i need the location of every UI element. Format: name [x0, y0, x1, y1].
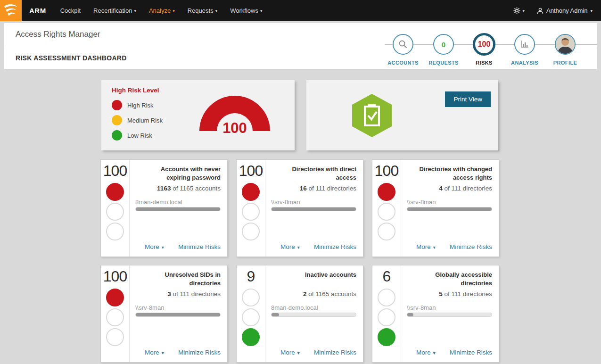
low-risk-dot — [112, 130, 122, 141]
risk-score-column: 6 — [372, 265, 401, 362]
step-requests[interactable]: 0 REQUESTS — [422, 34, 465, 66]
risk-card-content: Directories with changed access rights 4… — [401, 160, 499, 256]
traffic-light-low — [106, 223, 124, 240]
traffic-light-high — [106, 183, 124, 201]
traffic-light — [101, 183, 129, 240]
user-name: Anthony Admin — [546, 7, 587, 14]
page-header: Access Rights Manager RISK ASSESSMENT DA… — [4, 23, 597, 70]
more-dropdown[interactable]: More▾ — [135, 349, 164, 356]
step-risks[interactable]: 100 RISKS — [463, 33, 505, 66]
progress-bar — [135, 313, 221, 317]
risk-card-resource: \\srv-8man — [135, 304, 221, 311]
progress-bar — [135, 207, 221, 211]
report-panel: Print View — [306, 80, 498, 150]
risk-score: 100 — [101, 162, 129, 180]
accounts-circle[interactable] — [393, 34, 413, 55]
progress-bar — [271, 207, 356, 211]
page-title: RISK ASSESSMENT DASHBOARD — [16, 54, 127, 62]
risk-card-resource: 8man-demo.local — [271, 304, 356, 311]
risk-card-count: 3 of 111 directories — [135, 290, 221, 298]
nav-cockpit[interactable]: Cockpit — [60, 7, 81, 14]
bar-chart-icon — [519, 39, 530, 50]
requests-circle[interactable]: 0 — [433, 34, 454, 55]
risk-card: 100 Directories with changed access righ… — [372, 159, 499, 257]
more-dropdown[interactable]: More▾ — [135, 243, 164, 250]
nav-workflows[interactable]: Workflows▾ — [230, 7, 262, 14]
risk-score-column: 100 — [101, 265, 130, 362]
traffic-light — [372, 289, 401, 346]
progress-bar — [407, 207, 492, 211]
traffic-light-high — [378, 289, 395, 306]
minimize-risks-link[interactable]: Minimize Risks — [314, 243, 356, 250]
traffic-light-high — [378, 183, 395, 201]
step-label-requests: REQUESTS — [422, 60, 465, 66]
more-dropdown[interactable]: More▾ — [271, 243, 300, 250]
report-hexagon-icon — [352, 94, 392, 137]
chevron-down-icon: ▾ — [433, 245, 436, 250]
step-analysis[interactable]: ANALYSIS — [503, 34, 546, 66]
requests-count: 0 — [442, 41, 445, 49]
traffic-light-medium — [378, 203, 395, 221]
risk-card-footer: More▾ Minimize Risks — [271, 349, 356, 356]
print-view-button[interactable]: Print View — [445, 91, 491, 107]
risks-count: 100 — [478, 40, 491, 49]
solarwinds-logo-icon[interactable] — [0, 0, 22, 21]
risk-card: 100 Unresolved SIDs in directories 3 of … — [100, 265, 228, 363]
risk-score-column: 100 — [237, 160, 265, 256]
step-label-analysis: ANALYSIS — [503, 60, 546, 66]
more-dropdown[interactable]: More▾ — [407, 349, 436, 356]
traffic-light — [237, 183, 265, 240]
topbar-right: ▾ Anthony Admin ▾ — [513, 7, 601, 14]
chevron-down-icon: ▾ — [162, 350, 164, 356]
analysis-circle[interactable] — [514, 34, 535, 55]
risk-card-title: Inactive accounts — [271, 271, 356, 279]
more-dropdown[interactable]: More▾ — [407, 243, 436, 250]
traffic-light-low — [378, 223, 395, 240]
user-menu[interactable]: Anthony Admin ▾ — [537, 7, 593, 14]
progress-fill — [136, 313, 220, 316]
risk-card-resource: \\srv-8man — [407, 199, 492, 206]
traffic-light-low — [242, 328, 260, 346]
minimize-risks-link[interactable]: Minimize Risks — [450, 349, 492, 356]
risks-circle[interactable]: 100 — [473, 33, 495, 56]
risk-card-count: 1163 of 1165 accounts — [135, 185, 221, 192]
risk-card-count: 16 of 111 directories — [271, 185, 356, 192]
step-profile[interactable]: PROFILE — [544, 34, 586, 66]
risk-card-count: 4 of 111 directories — [407, 185, 492, 192]
risk-card-footer: More▾ Minimize Risks — [271, 243, 356, 250]
profile-circle[interactable] — [555, 34, 576, 55]
minimize-risks-link[interactable]: Minimize Risks — [178, 349, 221, 356]
risk-card: 6 Globally accessible directories 5 of 1… — [372, 265, 499, 363]
risk-card-resource: \\srv-8man — [271, 199, 356, 206]
high-risk-dot — [112, 100, 122, 110]
risk-card: 100 Accounts with never expiring passwor… — [100, 159, 228, 257]
settings-menu[interactable]: ▾ — [513, 7, 525, 14]
progress-fill — [136, 207, 220, 211]
minimize-risks-link[interactable]: Minimize Risks — [178, 243, 221, 250]
progress-fill — [407, 313, 413, 316]
topbar: ARM Cockpit Recertification▾ Analyze▾ Re… — [0, 0, 601, 21]
risk-level-title: High Risk Level — [112, 87, 159, 94]
nav-requests[interactable]: Requests▾ — [188, 7, 217, 14]
minimize-risks-link[interactable]: Minimize Risks — [450, 243, 492, 250]
risk-score: 100 — [101, 268, 129, 285]
chevron-down-icon: ▾ — [433, 350, 436, 356]
nav-recertification[interactable]: Recertification▾ — [93, 7, 136, 14]
risk-card-content: Accounts with never expiring password 11… — [130, 160, 227, 256]
avatar — [556, 35, 575, 54]
minimize-risks-link[interactable]: Minimize Risks — [314, 349, 356, 356]
chevron-down-icon: ▾ — [590, 8, 593, 13]
traffic-light-low — [242, 223, 260, 240]
traffic-light-high — [106, 289, 124, 306]
risk-card-resource: \\srv-8man — [407, 304, 492, 311]
more-dropdown[interactable]: More▾ — [271, 349, 300, 356]
progress-bar — [407, 313, 492, 317]
chevron-down-icon: ▾ — [522, 8, 525, 13]
traffic-light-medium — [378, 308, 395, 326]
top-navigation: Cockpit Recertification▾ Analyze▾ Reques… — [60, 7, 263, 14]
chevron-down-icon: ▾ — [297, 245, 300, 250]
step-accounts[interactable]: ACCOUNTS — [382, 34, 424, 66]
nav-analyze[interactable]: Analyze▾ — [149, 7, 175, 14]
search-icon — [398, 39, 408, 50]
risk-card-title: Directories with changed access rights — [407, 165, 492, 182]
